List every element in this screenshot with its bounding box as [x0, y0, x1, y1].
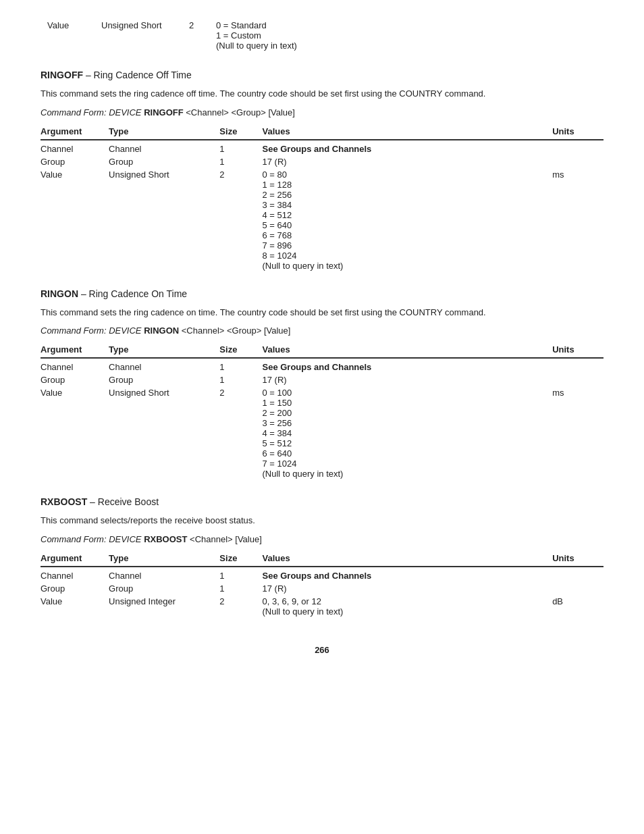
ringon-table: Argument Type Size Values Units ChannelC… [41, 342, 603, 480]
cell-type: Channel [109, 358, 219, 373]
cell-values: 0, 3, 6, 9, or 12(Null to query in text) [263, 595, 553, 618]
table-row: ValueUnsigned Short20 = 1001 = 1502 = 20… [41, 386, 603, 480]
cell-arg: Channel [41, 358, 109, 373]
cell-units [552, 155, 603, 168]
top-value-line-2: 1 = Custom [216, 30, 297, 41]
cell-values: See Groups and Channels [263, 567, 553, 582]
ringon-th-arg: Argument [41, 342, 109, 358]
ringoff-table-header-row: Argument Type Size Values Units [41, 124, 603, 140]
cell-values: 17 (R) [263, 373, 553, 386]
table-row: ChannelChannel1See Groups and Channels [41, 358, 603, 373]
ringon-cf-suffix: <Channel> <Group> [Value] [179, 325, 290, 336]
ringon-cf-cmd: RINGON [144, 325, 179, 336]
ringon-command-form: Command Form: DEVICE RINGON <Channel> <G… [41, 325, 603, 336]
ringon-description: This command sets the ring cadence on ti… [41, 306, 603, 319]
rxboost-th-values: Values [263, 551, 553, 567]
ringon-cf-prefix: Command Form: DEVICE [41, 325, 144, 336]
table-row: ValueUnsigned Integer20, 3, 6, 9, or 12(… [41, 595, 603, 618]
ringon-th-type: Type [109, 342, 219, 358]
cell-size: 2 [219, 386, 262, 480]
cell-values: 0 = 801 = 1282 = 2563 = 3844 = 5125 = 64… [263, 168, 553, 272]
ringoff-th-units: Units [552, 124, 603, 140]
ringoff-th-arg: Argument [41, 124, 109, 140]
cell-values: 17 (R) [263, 582, 553, 595]
cell-size: 1 [219, 358, 262, 373]
cell-type: Group [109, 155, 219, 168]
top-arg: Value [47, 20, 101, 30]
cell-units [552, 582, 603, 595]
ringoff-title: RINGOFF – Ring Cadence Off Time [41, 70, 603, 80]
cell-values: See Groups and Channels [263, 140, 553, 155]
ringoff-cf-suffix: <Channel> <Group> [Value] [184, 107, 295, 118]
rxboost-cf-suffix: <Channel> [Value] [187, 534, 261, 544]
cell-units [552, 358, 603, 373]
ringon-th-values: Values [263, 342, 553, 358]
table-row: GroupGroup117 (R) [41, 155, 603, 168]
ringon-th-size: Size [219, 342, 262, 358]
ringoff-th-size: Size [219, 124, 262, 140]
cell-type: Group [109, 582, 219, 595]
rxboost-title-normal: – Receive Boost [87, 496, 159, 507]
ringoff-cf-cmd: RINGOFF [144, 107, 184, 118]
ringoff-table: Argument Type Size Values Units ChannelC… [41, 124, 603, 272]
cell-values: See Groups and Channels [263, 358, 553, 373]
page-number: 266 [41, 645, 603, 655]
cell-size: 1 [219, 567, 262, 582]
cell-arg: Channel [41, 567, 109, 582]
rxboost-th-size: Size [219, 551, 262, 567]
ringon-table-header-row: Argument Type Size Values Units [41, 342, 603, 358]
rxboost-table-header-row: Argument Type Size Values Units [41, 551, 603, 567]
cell-size: 2 [219, 595, 262, 618]
ringoff-section: RINGOFF – Ring Cadence Off Time This com… [41, 70, 603, 272]
cell-units: dB [552, 595, 603, 618]
top-values: 0 = Standard 1 = Custom (Null to query i… [216, 20, 297, 51]
cell-values: 17 (R) [263, 155, 553, 168]
rxboost-command-form: Command Form: DEVICE RXBOOST <Channel> [… [41, 534, 603, 544]
cell-size: 2 [219, 168, 262, 272]
cell-arg: Value [41, 595, 109, 618]
table-row: ChannelChannel1See Groups and Channels [41, 140, 603, 155]
top-size: 2 [189, 20, 216, 30]
rxboost-table: Argument Type Size Values Units ChannelC… [41, 551, 603, 618]
rxboost-th-type: Type [109, 551, 219, 567]
rxboost-cf-cmd: RXBOOST [144, 534, 187, 544]
table-row: ValueUnsigned Short20 = 801 = 1282 = 256… [41, 168, 603, 272]
top-type: Unsigned Short [101, 20, 189, 30]
rxboost-description: This command selects/reports the receive… [41, 514, 603, 527]
ringon-title-normal: – Ring Cadence On Time [78, 288, 187, 299]
ringon-section: RINGON – Ring Cadence On Time This comma… [41, 288, 603, 481]
rxboost-cf-prefix: Command Form: DEVICE [41, 534, 144, 544]
ringon-title-bold: RINGON [41, 288, 78, 299]
top-value-line-3: (Null to query in text) [216, 41, 297, 51]
cell-arg: Value [41, 168, 109, 272]
ringon-th-units: Units [552, 342, 603, 358]
cell-units [552, 140, 603, 155]
cell-type: Unsigned Short [109, 168, 219, 272]
ringoff-title-normal: – Ring Cadence Off Time [83, 70, 192, 80]
cell-size: 1 [219, 373, 262, 386]
ringon-title: RINGON – Ring Cadence On Time [41, 288, 603, 299]
top-value-line-1: 0 = Standard [216, 20, 297, 30]
table-row: GroupGroup117 (R) [41, 582, 603, 595]
cell-units: ms [552, 168, 603, 272]
rxboost-section: RXBOOST – Receive Boost This command sel… [41, 496, 603, 618]
cell-size: 1 [219, 582, 262, 595]
table-row: GroupGroup117 (R) [41, 373, 603, 386]
cell-type: Group [109, 373, 219, 386]
cell-arg: Group [41, 155, 109, 168]
cell-arg: Channel [41, 140, 109, 155]
cell-type: Channel [109, 140, 219, 155]
cell-arg: Group [41, 373, 109, 386]
cell-size: 1 [219, 140, 262, 155]
rxboost-th-units: Units [552, 551, 603, 567]
table-row: ChannelChannel1See Groups and Channels [41, 567, 603, 582]
cell-arg: Group [41, 582, 109, 595]
cell-arg: Value [41, 386, 109, 480]
rxboost-th-arg: Argument [41, 551, 109, 567]
cell-type: Unsigned Short [109, 386, 219, 480]
ringoff-title-bold: RINGOFF [41, 70, 83, 80]
ringoff-description: This command sets the ring cadence off t… [41, 87, 603, 101]
ringoff-th-values: Values [263, 124, 553, 140]
rxboost-title-bold: RXBOOST [41, 496, 87, 507]
cell-type: Channel [109, 567, 219, 582]
